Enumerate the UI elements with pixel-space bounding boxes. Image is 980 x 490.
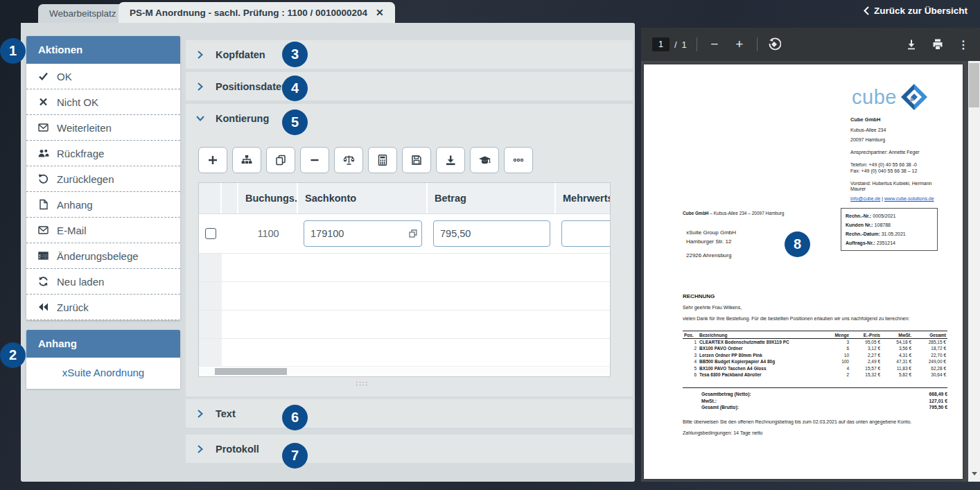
tab-document[interactable]: PS-M Anordnung - sachl. Prüfung : 1100 /… [119, 2, 395, 23]
section-kopfdaten[interactable]: Kopfdaten [186, 40, 633, 69]
action-email[interactable]: E-Mail [26, 218, 180, 243]
betrag-input[interactable] [433, 220, 550, 247]
zoom-in-button[interactable]: + [732, 37, 747, 52]
add-row-button[interactable] [198, 147, 227, 173]
annotation-badge-1: 1 [0, 38, 26, 64]
action-label: E-Mail [57, 225, 87, 236]
attachment-link-xsuite-anordnung[interactable]: xSuite Anordnung [62, 367, 144, 378]
page-separator: / [674, 40, 677, 50]
copy-button[interactable] [266, 147, 295, 173]
sachkonto-input[interactable] [304, 220, 422, 247]
action-anhang[interactable]: Anhang [26, 192, 180, 218]
page-number-input[interactable]: 1 [652, 37, 670, 51]
invoice-intro: vielen Dank für Ihre Bestellung. Für die… [683, 316, 909, 321]
section-kontierung[interactable]: Kontierung [186, 104, 633, 132]
tab-label: Webarbeitsplatz [49, 8, 116, 19]
save-icon [410, 154, 423, 166]
action-rueckfrage[interactable]: Rückfrage [26, 141, 180, 166]
invoice-item-row: 2BX100 PAVO Ordner63,12 €3,56 €18,72 € [683, 346, 947, 353]
cube-logo-text: cube [852, 86, 897, 109]
section-label: Protokoll [216, 444, 259, 455]
balance-button[interactable] [334, 147, 363, 173]
pdf-viewer: 1 / 1 − + ⋮ cube Cube GmbH Kubus-Allee 2… [641, 28, 980, 482]
more-button[interactable] [504, 147, 533, 173]
company-email-link[interactable]: info@cube.de [850, 196, 880, 201]
print-button[interactable] [931, 38, 944, 51]
section-positionsdaten[interactable]: Positionsdaten [186, 72, 633, 100]
download-button[interactable] [905, 38, 918, 51]
more-options-icon[interactable]: ⋮ [958, 38, 969, 51]
close-icon[interactable]: ✕ [376, 7, 384, 18]
horizontal-scrollbar[interactable] [199, 366, 610, 376]
meta-value: 0005/2021 [871, 213, 895, 218]
company-name: Cube GmbH [850, 117, 956, 123]
pdf-scrollbar-thumb[interactable] [969, 63, 979, 107]
calculator-button[interactable] [368, 147, 397, 173]
action-label: Rückfrage [57, 148, 104, 159]
sender-address: – Kubus-Allee 234 – 20097 Hamburg [709, 211, 785, 216]
invoice-items-table: Pos. Bezeichnung Menge E.-Preis MwSt. Ge… [683, 331, 947, 378]
items-header: E.-Preis [850, 331, 882, 339]
items-header: Gesamt [913, 331, 947, 339]
action-aenderungsbelege[interactable]: Änderungsbelege [26, 243, 180, 269]
hierarchy-icon [240, 154, 253, 166]
value-help-icon[interactable] [409, 229, 417, 238]
section-resize-handle[interactable]: ········ [356, 380, 369, 386]
invoice-item-row: 3Lerzen Ordner PP 80mm Pink102,27 €4,31 … [683, 352, 947, 359]
tab-webarbeitsplatz[interactable]: Webarbeitsplatz [38, 4, 128, 23]
action-neu-laden[interactable]: Neu laden [26, 269, 180, 295]
kontierung-table: Buchungs... Sachkonto Betrag Mehrwerts 1… [198, 182, 611, 377]
meta-label: Rechn.-Datum: [846, 231, 880, 236]
scrollbar-thumb[interactable] [215, 368, 287, 375]
learn-button[interactable] [470, 147, 499, 173]
section-label: Positionsdaten [216, 81, 288, 92]
recipient-street: Hamburger Str. 12 [686, 237, 736, 246]
recipient-city: 22926 Ahrensburg [686, 251, 736, 260]
remove-row-button[interactable] [300, 147, 329, 173]
payment-terms: Zahlungsbedingungen: 14 Tage netto [683, 430, 762, 435]
action-zurueck[interactable]: Zurück [26, 295, 180, 320]
items-header: Pos. [683, 331, 698, 339]
action-ok[interactable]: OK [26, 64, 180, 89]
section-protokoll[interactable]: Protokoll [186, 435, 633, 463]
invoice-meta-box: Rechn.-Nr.: 0005/2021 Kunden Nr.: 108788… [841, 208, 938, 251]
action-weiterleiten[interactable]: Weiterleiten [26, 115, 180, 141]
toolbar-divider [697, 37, 697, 51]
page-total: 1 [682, 40, 687, 50]
action-sidebar: Aktionen OK Nicht OK Weiterleiten Rückfr… [26, 36, 180, 389]
empty-table-row [199, 310, 611, 338]
recipient-name: xSuite Group GmbH [686, 228, 736, 237]
scroll-down-arrow[interactable] [968, 468, 980, 479]
cube-logo-icon [900, 83, 929, 111]
pdf-scrollbar[interactable] [968, 61, 980, 482]
invoice-item-row: 5BX100 PAVO Taschen A4 Gloss415,57 €11,8… [683, 365, 947, 372]
mail-icon [37, 122, 49, 133]
action-nicht-ok[interactable]: Nicht OK [26, 89, 180, 115]
meta-label: Rechn.-Nr.: [846, 213, 871, 218]
chevron-right-icon [196, 445, 204, 453]
section-label: Text [216, 408, 236, 419]
items-header: Menge [823, 331, 850, 339]
chevron-left-icon [864, 6, 869, 15]
section-label: Kopfdaten [216, 49, 265, 60]
pdf-view-area: cube Cube GmbH Kubus-Allee 234 20097 Ham… [641, 61, 980, 482]
action-label: Änderungsbelege [57, 250, 139, 262]
refresh-icon [37, 276, 49, 287]
save-button[interactable] [402, 147, 431, 173]
hierarchy-button[interactable] [232, 147, 261, 173]
zoom-out-button[interactable]: − [707, 37, 722, 52]
company-website-link[interactable]: www.cube-solutions.de [884, 196, 934, 201]
items-header: Bezeichnung [698, 331, 823, 339]
back-to-overview-link[interactable]: Zurück zur Übersicht [864, 6, 968, 16]
section-text[interactable]: Text [186, 399, 633, 428]
row-checkbox[interactable] [205, 228, 216, 239]
balance-icon [342, 154, 356, 166]
total-label: MwSt.: [683, 398, 717, 405]
invoice-item-row: 6Tesa 6300 Packband Abroller215,32 €5,82… [683, 372, 947, 379]
action-zuruecklegen[interactable]: Zurücklegen [26, 166, 180, 192]
rotate-button[interactable] [767, 37, 781, 51]
plus-icon [207, 154, 219, 166]
mehrwertsteuer-input[interactable] [561, 220, 611, 247]
import-button[interactable] [436, 147, 465, 173]
chevron-right-icon [196, 410, 204, 418]
